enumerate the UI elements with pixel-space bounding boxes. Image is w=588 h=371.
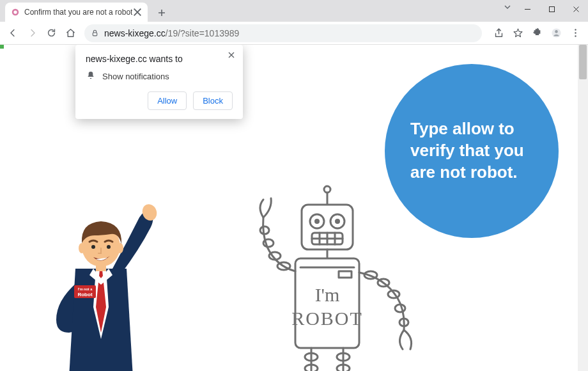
bookmark-icon[interactable]: [509, 24, 527, 42]
browser-tab[interactable]: Confirm that you are not a robot: [5, 3, 148, 22]
svg-point-1: [13, 10, 17, 13]
robot-text-line-1: I'm: [315, 284, 340, 305]
bell-icon: [86, 70, 96, 83]
svg-point-15: [91, 245, 95, 249]
reload-button[interactable]: [42, 24, 60, 42]
tab-favicon-icon: [10, 7, 20, 17]
menu-icon[interactable]: [566, 24, 584, 42]
permission-label: Show notifications: [102, 72, 169, 81]
new-tab-button[interactable]: [153, 4, 171, 22]
back-button[interactable]: [4, 24, 22, 42]
svg-point-16: [107, 245, 111, 249]
notification-permission-popup: news-kixege.cc wants to Show notificatio…: [75, 45, 243, 119]
popup-origin-text: news-kixege.cc wants to: [86, 54, 233, 64]
svg-rect-2: [549, 6, 554, 12]
block-button[interactable]: Block: [193, 91, 233, 110]
lock-icon: [91, 29, 99, 37]
close-window-button[interactable]: [564, 0, 588, 18]
home-button[interactable]: [61, 24, 79, 42]
scrollbar-track[interactable]: [578, 45, 588, 371]
svg-point-13: [79, 243, 85, 253]
tab-close-icon[interactable]: [132, 7, 143, 17]
permission-row: Show notifications: [86, 70, 233, 83]
svg-point-6: [575, 29, 576, 30]
page-content: Type allow to verify that you are not ro…: [0, 45, 588, 371]
profile-icon[interactable]: [547, 24, 565, 42]
svg-point-14: [117, 243, 123, 253]
address-bar[interactable]: news-kixege.cc/19/?site=1013989: [84, 24, 482, 42]
businessman-illustration: I'm not a Robot: [37, 173, 165, 371]
badge-line-2: Robot: [77, 292, 92, 297]
robot-illustration: I'm ROBOT: [231, 177, 423, 371]
share-icon[interactable]: [490, 24, 507, 42]
minimize-button[interactable]: [515, 0, 539, 18]
svg-point-36: [260, 226, 269, 234]
robot-text-line-2: ROBOT: [291, 308, 363, 329]
window-controls: [515, 0, 588, 18]
tab-search-icon[interactable]: [504, 2, 511, 13]
popup-close-icon[interactable]: [225, 49, 238, 61]
svg-rect-3: [93, 33, 97, 36]
allow-button[interactable]: Allow: [148, 91, 187, 110]
browser-toolbar: news-kixege.cc/19/?site=1013989: [0, 22, 588, 45]
svg-point-18: [324, 186, 330, 193]
forward-button[interactable]: [23, 24, 41, 42]
page-edge-decoration: [0, 45, 4, 49]
scrollbar-thumb[interactable]: [579, 45, 587, 79]
titlebar: Confirm that you are not a robot: [0, 0, 588, 22]
svg-point-23: [335, 219, 340, 224]
url-path: /19/?site=1013989: [166, 28, 240, 38]
svg-point-8: [575, 35, 576, 36]
badge-line-1: I'm not a: [78, 287, 93, 291]
maximize-button[interactable]: [539, 0, 564, 18]
instruction-text: Type allow to verify that you are not ro…: [410, 118, 533, 183]
url-host: news-kixege.cc: [104, 28, 166, 38]
svg-point-5: [555, 30, 558, 33]
svg-point-7: [575, 32, 576, 33]
svg-point-22: [314, 219, 320, 224]
tab-title: Confirm that you are not a robot: [24, 8, 132, 17]
svg-rect-32: [339, 271, 352, 278]
extensions-icon[interactable]: [528, 24, 546, 42]
